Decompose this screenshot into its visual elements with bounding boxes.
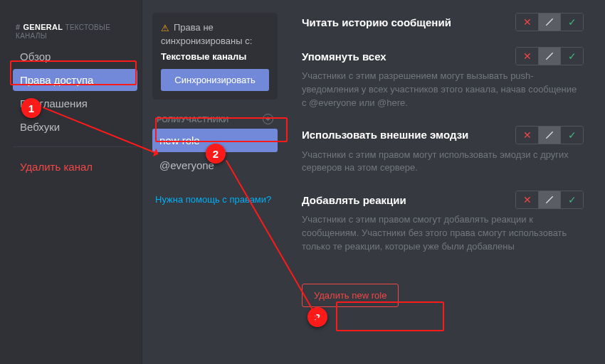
allow-icon[interactable]: ✓ [561,191,584,209]
deny-icon[interactable]: ✕ [515,191,538,209]
deny-icon[interactable]: ✕ [515,47,538,65]
perm-title: Добавлять реакции [302,194,406,206]
neutral-icon[interactable] [538,126,561,144]
svg-line-0 [546,18,552,25]
deny-icon[interactable]: ✕ [515,126,538,144]
role-item-everyone[interactable]: @everyone [152,154,278,177]
perm-title: Использовать внешние эмодзи [302,129,468,141]
divider [13,146,137,147]
sidebar-item-overview[interactable]: Обзор [13,46,137,68]
channel-category-header: #GENERAL ТЕКСТОВЫЕ КАНАЛЫ [16,23,137,40]
role-item-newrole[interactable]: new role [152,129,278,152]
neutral-icon[interactable] [538,191,561,209]
perm-description: Участники с этим правом могут использова… [302,149,584,176]
svg-line-1 [546,53,552,59]
allow-icon[interactable]: ✓ [561,47,584,65]
roles-header: РОЛИ/УЧАСТНИКИ + [152,114,278,124]
perm-toggle[interactable]: ✕ ✓ [515,191,584,209]
sync-category-name: Текстовые каналы [161,51,269,62]
allow-icon[interactable]: ✓ [561,13,584,31]
sidebar-item-webhooks[interactable]: Вебхуки [13,116,137,138]
neutral-icon[interactable] [538,13,561,31]
svg-line-2 [546,132,552,138]
perm-toggle[interactable]: ✕ ✓ [515,47,584,65]
roles-column: ⚠Права не синхронизированы с: Текстовые … [142,0,285,364]
perm-title: Упомянуть всех [302,50,386,63]
channel-settings-sidebar: #GENERAL ТЕКСТОВЫЕ КАНАЛЫ Обзор Права до… [0,0,142,364]
perm-title: Читать историю сообщений [302,16,451,28]
add-role-icon[interactable]: + [263,114,273,124]
delete-role-button[interactable]: Удалить new role [302,284,399,307]
sidebar-item-permissions[interactable]: Права доступа [13,69,137,91]
perm-add-reactions: Добавлять реакции ✕ ✓ Участники с этим п… [302,191,584,254]
warning-icon: ⚠ [161,23,169,33]
delete-channel[interactable]: Удалить канал [13,156,137,178]
sidebar-item-invites[interactable]: Приглашения [13,92,137,114]
sync-button[interactable]: Синхронизировать [161,69,269,91]
neutral-icon[interactable] [538,47,561,65]
perm-read-history: Читать историю сообщений ✕ ✓ [302,13,584,31]
perm-toggle[interactable]: ✕ ✓ [515,13,584,31]
perm-external-emoji: Использовать внешние эмодзи ✕ ✓ Участник… [302,126,584,176]
sync-notice: ⚠Права не синхронизированы с: Текстовые … [152,13,278,100]
perm-toggle[interactable]: ✕ ✓ [515,126,584,144]
svg-line-3 [546,197,552,203]
permissions-panel: Читать историю сообщений ✕ ✓ Упомянуть в… [285,0,605,364]
perm-mention-everyone: Упомянуть всех ✕ ✓ Участники с этим разр… [302,47,584,110]
perm-description: Участники с этим правом смогут добавлять… [302,213,584,254]
allow-icon[interactable]: ✓ [561,126,584,144]
deny-icon[interactable]: ✕ [515,13,538,31]
perm-description: Участники с этим разрешением могут вызыв… [302,70,584,110]
permissions-help-link[interactable]: Нужна помощь с правами? [152,194,278,205]
hash-icon: # [16,23,20,31]
